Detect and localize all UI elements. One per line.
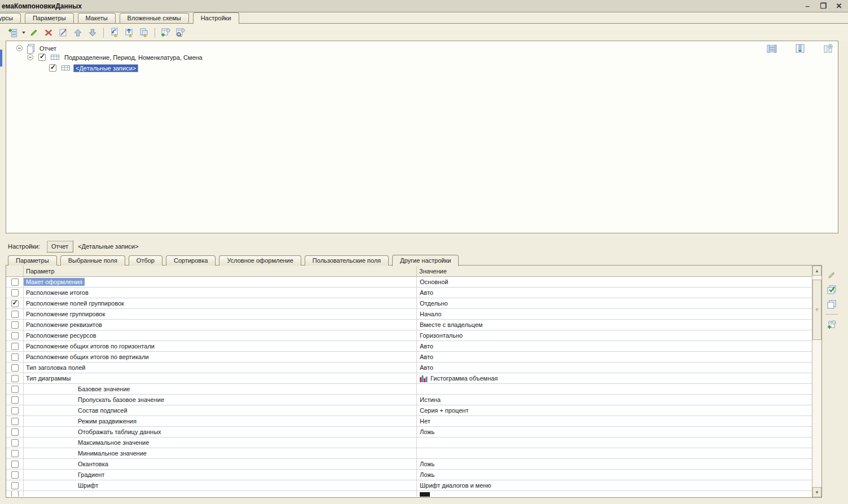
parameter-cell[interactable]: Расположение итогов bbox=[24, 288, 417, 298]
parameter-cell[interactable]: Окантовка bbox=[24, 459, 417, 469]
value-cell[interactable]: Авто bbox=[417, 341, 821, 351]
settings-tab-parameters[interactable]: Параметры bbox=[8, 255, 57, 266]
value-cell[interactable]: Авто bbox=[417, 352, 821, 362]
add-item-dropdown-icon[interactable] bbox=[22, 32, 25, 34]
value-cell[interactable]: Ложь bbox=[417, 470, 821, 480]
row-checkbox-cell[interactable] bbox=[6, 330, 24, 341]
value-cell[interactable]: Ложь bbox=[417, 459, 821, 469]
open-structure-icon[interactable] bbox=[174, 26, 187, 39]
table-row[interactable]: Макет оформленияОсновной bbox=[6, 277, 821, 288]
parameter-cell[interactable]: Макет оформления bbox=[24, 277, 417, 287]
tree-expander-icon[interactable] bbox=[16, 45, 23, 51]
value-cell[interactable] bbox=[417, 448, 821, 458]
vertical-layout-icon[interactable] bbox=[794, 43, 806, 54]
parameter-cell[interactable]: Расположение общих итогов по горизонтали bbox=[24, 341, 417, 351]
table-row[interactable]: Расположение полей группировокОтдельно bbox=[6, 298, 821, 309]
value-cell[interactable]: Шрифт диалогов и меню bbox=[417, 480, 821, 490]
structure-settings-icon[interactable] bbox=[823, 43, 834, 54]
row-checkbox[interactable] bbox=[11, 491, 19, 497]
row-checkbox[interactable] bbox=[11, 439, 19, 446]
value-cell[interactable] bbox=[417, 384, 821, 394]
table-row[interactable] bbox=[6, 491, 821, 497]
main-tab-parameters[interactable]: Параметры bbox=[25, 13, 74, 23]
row-checkbox-cell[interactable] bbox=[6, 309, 24, 319]
parameter-cell[interactable]: Минимальное значение bbox=[24, 448, 417, 458]
row-checkbox[interactable] bbox=[11, 482, 19, 489]
row-checkbox-cell[interactable] bbox=[6, 288, 24, 298]
row-checkbox[interactable] bbox=[11, 343, 19, 350]
row-checkbox-cell[interactable] bbox=[6, 437, 24, 448]
main-tab-settings[interactable]: Настройки bbox=[193, 12, 239, 24]
load-settings-icon[interactable] bbox=[123, 26, 135, 39]
main-tab-nested-schemas[interactable]: Вложенные схемы bbox=[120, 13, 189, 23]
pages-icon[interactable] bbox=[825, 298, 838, 311]
value-cell[interactable]: Отдельно bbox=[417, 298, 821, 308]
value-cell[interactable]: Начало bbox=[417, 309, 821, 319]
settings-tab-filter[interactable]: Отбор bbox=[129, 255, 162, 266]
value-cell[interactable]: Истина bbox=[417, 395, 821, 405]
table-row[interactable]: ОкантовкаЛожь bbox=[6, 459, 821, 470]
tree-expander-icon[interactable] bbox=[27, 54, 33, 60]
row-checkbox-cell[interactable] bbox=[6, 470, 24, 480]
item-settings-icon[interactable] bbox=[825, 318, 838, 330]
row-checkbox[interactable] bbox=[11, 311, 19, 318]
row-checkbox[interactable] bbox=[11, 471, 19, 479]
minimize-button[interactable]: – bbox=[802, 1, 813, 11]
table-row[interactable]: Расположение ресурсовГоризонтально bbox=[6, 330, 821, 341]
settings-tab-other-settings[interactable]: Другие настройки bbox=[392, 255, 459, 266]
parameter-cell[interactable]: Режим раздвижения bbox=[24, 416, 417, 426]
table-row[interactable]: ГрадиентЛожь bbox=[6, 470, 821, 480]
value-cell[interactable]: Ложь bbox=[417, 427, 821, 437]
parameter-cell[interactable]: Базовое значение bbox=[24, 384, 417, 394]
value-cell[interactable]: Горизонтально bbox=[417, 330, 821, 341]
table-row[interactable]: Расположение реквизитовВместе с владельц… bbox=[6, 320, 821, 330]
table-row[interactable]: Отображать таблицу данныхЛожь bbox=[6, 427, 821, 437]
tree-item[interactable]: Подразделение, Период, Номенклатура, Сме… bbox=[6, 52, 838, 63]
scroll-down-icon[interactable]: ▼ bbox=[812, 487, 821, 497]
row-checkbox-cell[interactable] bbox=[6, 362, 24, 373]
row-checkbox-cell[interactable] bbox=[6, 448, 24, 458]
row-checkbox[interactable] bbox=[11, 332, 19, 339]
row-checkbox-cell[interactable] bbox=[6, 298, 24, 308]
edit-icon[interactable] bbox=[28, 26, 40, 39]
parameter-cell[interactable]: Тип диаграммы bbox=[24, 373, 417, 383]
table-row[interactable]: Расположение общих итогов по горизонтали… bbox=[6, 341, 821, 352]
parameter-cell[interactable]: Расположение общих итогов по вертикали bbox=[24, 352, 417, 362]
parameter-cell[interactable]: Расположение группировок bbox=[24, 309, 417, 319]
row-checkbox-cell[interactable] bbox=[6, 395, 24, 405]
table-row[interactable]: Пропускать базовое значениеИстина bbox=[6, 395, 821, 405]
delete-icon[interactable] bbox=[42, 26, 55, 39]
row-checkbox[interactable] bbox=[11, 353, 19, 361]
tree-item-checkbox[interactable] bbox=[49, 64, 56, 72]
settings-tab-selected-fields[interactable]: Выбранные поля bbox=[60, 255, 125, 266]
table-row[interactable]: Тип диаграммыГистограмма объемная bbox=[6, 373, 821, 384]
add-item-icon[interactable] bbox=[7, 26, 19, 39]
restore-button[interactable]: ❐ bbox=[818, 1, 829, 11]
row-checkbox[interactable] bbox=[11, 278, 19, 286]
value-cell[interactable]: Основной bbox=[417, 277, 821, 287]
parameter-cell[interactable] bbox=[24, 491, 417, 497]
row-checkbox[interactable] bbox=[11, 418, 19, 425]
wizard-icon[interactable] bbox=[57, 26, 69, 39]
row-checkbox[interactable] bbox=[11, 450, 19, 457]
row-checkbox-cell[interactable] bbox=[6, 459, 24, 469]
parameter-cell[interactable]: Расположение полей группировок bbox=[24, 298, 417, 308]
value-cell[interactable]: Авто bbox=[417, 362, 821, 373]
row-checkbox-cell[interactable] bbox=[6, 352, 24, 362]
parameter-cell[interactable]: Состав подписей bbox=[24, 405, 417, 415]
table-row[interactable]: Тип заголовка полейАвто bbox=[6, 362, 821, 373]
value-cell[interactable]: Вместе с владельцем bbox=[417, 320, 821, 330]
table-row[interactable]: Базовое значение bbox=[6, 384, 821, 395]
move-down-icon[interactable] bbox=[86, 26, 99, 39]
row-checkbox[interactable] bbox=[11, 375, 19, 382]
row-checkbox[interactable] bbox=[11, 461, 19, 468]
vertical-scrollbar[interactable]: ▲ ▼ bbox=[812, 266, 821, 497]
row-checkbox-cell[interactable] bbox=[6, 373, 24, 383]
value-cell[interactable] bbox=[417, 437, 821, 448]
value-cell[interactable]: Нет bbox=[417, 416, 821, 426]
parameter-cell[interactable]: Пропускать базовое значение bbox=[24, 395, 417, 405]
parameter-cell[interactable]: Отображать таблицу данных bbox=[24, 427, 417, 437]
row-checkbox-cell[interactable] bbox=[6, 341, 24, 351]
settings-tab-conditional-appearance[interactable]: Условное оформление bbox=[219, 255, 301, 266]
scroll-up-icon[interactable]: ▲ bbox=[812, 266, 821, 276]
